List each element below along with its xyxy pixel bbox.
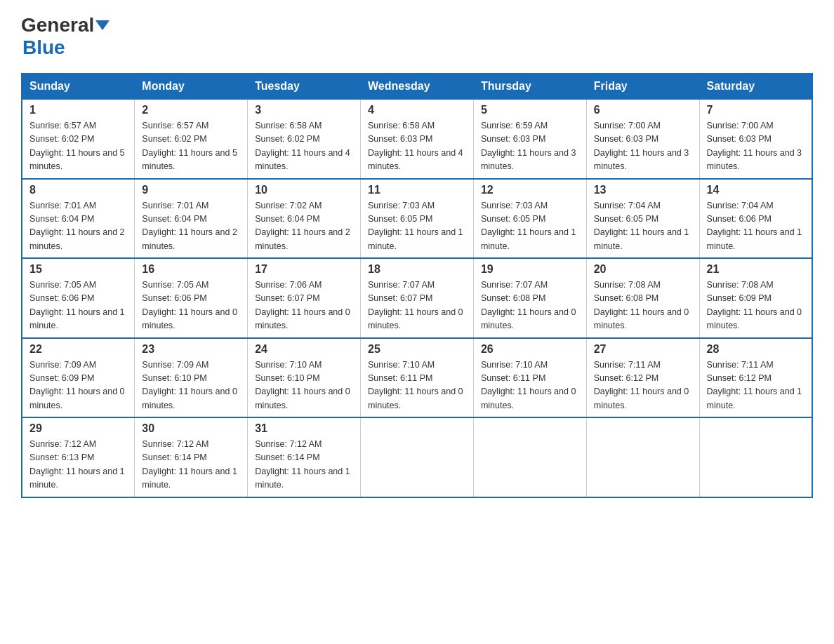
calendar-cell: 7 Sunrise: 7:00 AMSunset: 6:03 PMDayligh… — [699, 99, 812, 179]
day-info: Sunrise: 7:03 AMSunset: 6:05 PMDaylight:… — [368, 199, 466, 254]
calendar-header-row: SundayMondayTuesdayWednesdayThursdayFrid… — [22, 74, 812, 99]
day-info: Sunrise: 7:00 AMSunset: 6:03 PMDaylight:… — [594, 119, 692, 174]
day-number: 22 — [29, 343, 127, 356]
calendar-cell: 30 Sunrise: 7:12 AMSunset: 6:14 PMDaylig… — [135, 417, 248, 497]
day-info: Sunrise: 7:06 AMSunset: 6:07 PMDaylight:… — [255, 279, 353, 333]
day-number: 23 — [142, 343, 240, 356]
day-info: Sunrise: 6:59 AMSunset: 6:03 PMDaylight:… — [481, 119, 579, 174]
day-number: 30 — [142, 422, 240, 435]
calendar-cell: 20 Sunrise: 7:08 AMSunset: 6:08 PMDaylig… — [586, 258, 699, 338]
calendar-table: SundayMondayTuesdayWednesdayThursdayFrid… — [21, 73, 813, 498]
calendar-cell: 4 Sunrise: 6:58 AMSunset: 6:03 PMDayligh… — [361, 99, 474, 179]
calendar-cell: 28 Sunrise: 7:11 AMSunset: 6:12 PMDaylig… — [699, 338, 812, 418]
day-number: 1 — [29, 104, 127, 116]
day-info: Sunrise: 7:08 AMSunset: 6:08 PMDaylight:… — [594, 279, 692, 333]
day-info: Sunrise: 7:09 AMSunset: 6:09 PMDaylight:… — [29, 358, 127, 413]
day-info: Sunrise: 6:58 AMSunset: 6:02 PMDaylight:… — [255, 119, 353, 174]
calendar-cell: 23 Sunrise: 7:09 AMSunset: 6:10 PMDaylig… — [135, 338, 248, 418]
calendar-cell — [586, 417, 699, 497]
day-info: Sunrise: 7:02 AMSunset: 6:04 PMDaylight:… — [255, 199, 353, 254]
day-info: Sunrise: 7:04 AMSunset: 6:06 PMDaylight:… — [707, 199, 805, 254]
logo-blue-text: Blue — [22, 36, 65, 59]
calendar-cell: 9 Sunrise: 7:01 AMSunset: 6:04 PMDayligh… — [135, 179, 248, 259]
day-number: 24 — [255, 343, 353, 356]
day-number: 12 — [481, 184, 579, 196]
day-info: Sunrise: 7:07 AMSunset: 6:08 PMDaylight:… — [481, 279, 579, 333]
day-info: Sunrise: 7:08 AMSunset: 6:09 PMDaylight:… — [707, 279, 805, 333]
calendar-week-row: 1 Sunrise: 6:57 AMSunset: 6:02 PMDayligh… — [22, 99, 812, 179]
calendar-cell: 2 Sunrise: 6:57 AMSunset: 6:02 PMDayligh… — [135, 99, 248, 179]
calendar-cell: 15 Sunrise: 7:05 AMSunset: 6:06 PMDaylig… — [22, 258, 135, 338]
day-number: 8 — [29, 184, 127, 196]
calendar-cell: 8 Sunrise: 7:01 AMSunset: 6:04 PMDayligh… — [22, 179, 135, 259]
day-info: Sunrise: 7:05 AMSunset: 6:06 PMDaylight:… — [29, 279, 127, 333]
calendar-cell: 5 Sunrise: 6:59 AMSunset: 6:03 PMDayligh… — [473, 99, 586, 179]
day-info: Sunrise: 7:10 AMSunset: 6:11 PMDaylight:… — [481, 358, 579, 413]
day-info: Sunrise: 7:12 AMSunset: 6:14 PMDaylight:… — [255, 438, 353, 492]
calendar-cell: 31 Sunrise: 7:12 AMSunset: 6:14 PMDaylig… — [248, 417, 361, 497]
day-number: 31 — [255, 422, 353, 435]
day-number: 20 — [594, 263, 692, 276]
header-day-monday: Monday — [135, 74, 248, 99]
day-number: 10 — [255, 184, 353, 196]
calendar-cell: 19 Sunrise: 7:07 AMSunset: 6:08 PMDaylig… — [473, 258, 586, 338]
calendar-cell: 1 Sunrise: 6:57 AMSunset: 6:02 PMDayligh… — [22, 99, 135, 179]
calendar-cell: 26 Sunrise: 7:10 AMSunset: 6:11 PMDaylig… — [473, 338, 586, 418]
calendar-cell — [699, 417, 812, 497]
calendar-cell — [473, 417, 586, 497]
logo-general-text: General — [21, 14, 94, 36]
calendar-cell — [361, 417, 474, 497]
day-number: 17 — [255, 263, 353, 276]
day-info: Sunrise: 7:01 AMSunset: 6:04 PMDaylight:… — [142, 199, 240, 254]
day-number: 9 — [142, 184, 240, 196]
day-number: 13 — [594, 184, 692, 196]
day-number: 3 — [255, 104, 353, 116]
day-info: Sunrise: 7:09 AMSunset: 6:10 PMDaylight:… — [142, 358, 240, 413]
page-header: General Blue — [21, 14, 813, 59]
day-number: 11 — [368, 184, 466, 196]
day-number: 19 — [481, 263, 579, 276]
day-number: 25 — [368, 343, 466, 356]
day-info: Sunrise: 7:11 AMSunset: 6:12 PMDaylight:… — [707, 358, 805, 413]
calendar-cell: 3 Sunrise: 6:58 AMSunset: 6:02 PMDayligh… — [248, 99, 361, 179]
day-number: 7 — [707, 104, 805, 116]
calendar-cell: 6 Sunrise: 7:00 AMSunset: 6:03 PMDayligh… — [586, 99, 699, 179]
calendar-cell: 24 Sunrise: 7:10 AMSunset: 6:10 PMDaylig… — [248, 338, 361, 418]
calendar-week-row: 15 Sunrise: 7:05 AMSunset: 6:06 PMDaylig… — [22, 258, 812, 338]
calendar-cell: 10 Sunrise: 7:02 AMSunset: 6:04 PMDaylig… — [248, 179, 361, 259]
calendar-cell: 29 Sunrise: 7:12 AMSunset: 6:13 PMDaylig… — [22, 417, 135, 497]
calendar-cell: 17 Sunrise: 7:06 AMSunset: 6:07 PMDaylig… — [248, 258, 361, 338]
day-number: 27 — [594, 343, 692, 356]
day-info: Sunrise: 7:05 AMSunset: 6:06 PMDaylight:… — [142, 279, 240, 333]
day-info: Sunrise: 7:01 AMSunset: 6:04 PMDaylight:… — [29, 199, 127, 254]
day-info: Sunrise: 7:10 AMSunset: 6:11 PMDaylight:… — [368, 358, 466, 413]
day-info: Sunrise: 7:12 AMSunset: 6:13 PMDaylight:… — [29, 438, 127, 492]
header-day-thursday: Thursday — [473, 74, 586, 99]
day-number: 6 — [594, 104, 692, 116]
calendar-cell: 12 Sunrise: 7:03 AMSunset: 6:05 PMDaylig… — [473, 179, 586, 259]
calendar-cell: 21 Sunrise: 7:08 AMSunset: 6:09 PMDaylig… — [699, 258, 812, 338]
calendar-cell: 16 Sunrise: 7:05 AMSunset: 6:06 PMDaylig… — [135, 258, 248, 338]
day-info: Sunrise: 7:07 AMSunset: 6:07 PMDaylight:… — [368, 279, 466, 333]
calendar-week-row: 29 Sunrise: 7:12 AMSunset: 6:13 PMDaylig… — [22, 417, 812, 497]
day-number: 5 — [481, 104, 579, 116]
calendar-cell: 13 Sunrise: 7:04 AMSunset: 6:05 PMDaylig… — [586, 179, 699, 259]
day-number: 21 — [707, 263, 805, 276]
day-number: 26 — [481, 343, 579, 356]
calendar-cell: 25 Sunrise: 7:10 AMSunset: 6:11 PMDaylig… — [361, 338, 474, 418]
calendar-cell: 11 Sunrise: 7:03 AMSunset: 6:05 PMDaylig… — [361, 179, 474, 259]
header-day-wednesday: Wednesday — [361, 74, 474, 99]
day-info: Sunrise: 6:58 AMSunset: 6:03 PMDaylight:… — [368, 119, 466, 174]
calendar-cell: 27 Sunrise: 7:11 AMSunset: 6:12 PMDaylig… — [586, 338, 699, 418]
logo-triangle-icon — [95, 20, 110, 30]
day-number: 29 — [29, 422, 127, 435]
calendar-week-row: 8 Sunrise: 7:01 AMSunset: 6:04 PMDayligh… — [22, 179, 812, 259]
day-info: Sunrise: 7:00 AMSunset: 6:03 PMDaylight:… — [707, 119, 805, 174]
header-day-saturday: Saturday — [699, 74, 812, 99]
day-info: Sunrise: 6:57 AMSunset: 6:02 PMDaylight:… — [29, 119, 127, 174]
day-number: 15 — [29, 263, 127, 276]
calendar-cell: 14 Sunrise: 7:04 AMSunset: 6:06 PMDaylig… — [699, 179, 812, 259]
day-info: Sunrise: 7:12 AMSunset: 6:14 PMDaylight:… — [142, 438, 240, 492]
calendar-cell: 22 Sunrise: 7:09 AMSunset: 6:09 PMDaylig… — [22, 338, 135, 418]
day-number: 2 — [142, 104, 240, 116]
